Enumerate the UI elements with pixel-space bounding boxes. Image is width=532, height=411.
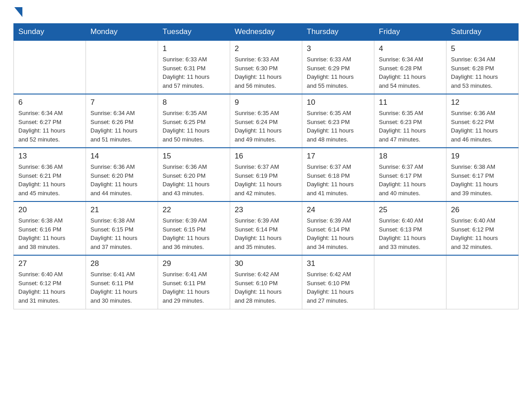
calendar-cell: 9Sunrise: 6:35 AM Sunset: 6:24 PM Daylig… <box>230 94 302 148</box>
calendar-cell <box>14 40 86 94</box>
day-number: 6 <box>18 98 81 107</box>
calendar-cell: 15Sunrise: 6:36 AM Sunset: 6:20 PM Dayli… <box>158 148 230 201</box>
calendar-week-row: 13Sunrise: 6:36 AM Sunset: 6:21 PM Dayli… <box>14 148 519 201</box>
day-info: Sunrise: 6:34 AM Sunset: 6:28 PM Dayligh… <box>379 55 442 90</box>
calendar-cell: 3Sunrise: 6:33 AM Sunset: 6:29 PM Daylig… <box>302 40 374 94</box>
svg-marker-0 <box>14 7 22 17</box>
day-number: 7 <box>90 98 153 107</box>
calendar-cell: 12Sunrise: 6:36 AM Sunset: 6:22 PM Dayli… <box>446 94 519 148</box>
day-info: Sunrise: 6:40 AM Sunset: 6:12 PM Dayligh… <box>451 216 514 251</box>
day-info: Sunrise: 6:42 AM Sunset: 6:10 PM Dayligh… <box>307 270 369 305</box>
calendar-cell <box>446 255 519 309</box>
weekday-header-friday: Friday <box>374 24 446 41</box>
day-info: Sunrise: 6:35 AM Sunset: 6:25 PM Dayligh… <box>163 109 225 144</box>
day-info: Sunrise: 6:40 AM Sunset: 6:12 PM Dayligh… <box>18 270 81 305</box>
day-info: Sunrise: 6:38 AM Sunset: 6:16 PM Dayligh… <box>18 216 81 251</box>
calendar-cell: 5Sunrise: 6:34 AM Sunset: 6:28 PM Daylig… <box>446 40 519 94</box>
day-number: 16 <box>235 152 297 161</box>
day-number: 14 <box>90 152 153 161</box>
calendar-cell: 31Sunrise: 6:42 AM Sunset: 6:10 PM Dayli… <box>302 255 374 309</box>
day-number: 12 <box>451 98 514 107</box>
calendar-cell: 23Sunrise: 6:39 AM Sunset: 6:14 PM Dayli… <box>230 201 302 255</box>
day-number: 21 <box>90 206 153 214</box>
day-info: Sunrise: 6:39 AM Sunset: 6:14 PM Dayligh… <box>307 216 369 251</box>
day-info: Sunrise: 6:37 AM Sunset: 6:19 PM Dayligh… <box>235 163 297 197</box>
day-number: 23 <box>235 206 297 214</box>
calendar-cell: 27Sunrise: 6:40 AM Sunset: 6:12 PM Dayli… <box>14 255 86 309</box>
calendar-cell: 13Sunrise: 6:36 AM Sunset: 6:21 PM Dayli… <box>14 148 86 201</box>
weekday-header-monday: Monday <box>86 24 158 41</box>
calendar-cell: 22Sunrise: 6:39 AM Sunset: 6:15 PM Dayli… <box>158 201 230 255</box>
calendar-week-row: 20Sunrise: 6:38 AM Sunset: 6:16 PM Dayli… <box>14 201 519 255</box>
calendar-cell: 11Sunrise: 6:35 AM Sunset: 6:23 PM Dayli… <box>374 94 446 148</box>
day-number: 4 <box>379 44 442 53</box>
day-info: Sunrise: 6:37 AM Sunset: 6:18 PM Dayligh… <box>307 163 369 197</box>
day-number: 31 <box>307 259 369 268</box>
weekday-header-thursday: Thursday <box>302 24 374 41</box>
day-number: 28 <box>90 259 153 268</box>
calendar-cell: 8Sunrise: 6:35 AM Sunset: 6:25 PM Daylig… <box>158 94 230 148</box>
calendar-week-row: 1Sunrise: 6:33 AM Sunset: 6:31 PM Daylig… <box>14 40 519 94</box>
calendar-cell: 26Sunrise: 6:40 AM Sunset: 6:12 PM Dayli… <box>446 201 519 255</box>
day-number: 26 <box>451 206 514 214</box>
calendar-week-row: 27Sunrise: 6:40 AM Sunset: 6:12 PM Dayli… <box>14 255 519 309</box>
day-info: Sunrise: 6:36 AM Sunset: 6:20 PM Dayligh… <box>90 163 153 197</box>
calendar-cell: 14Sunrise: 6:36 AM Sunset: 6:20 PM Dayli… <box>86 148 158 201</box>
day-info: Sunrise: 6:33 AM Sunset: 6:31 PM Dayligh… <box>163 55 225 90</box>
day-number: 13 <box>18 152 81 161</box>
day-info: Sunrise: 6:39 AM Sunset: 6:15 PM Dayligh… <box>163 216 225 251</box>
day-info: Sunrise: 6:34 AM Sunset: 6:26 PM Dayligh… <box>90 109 153 144</box>
day-number: 30 <box>235 259 297 268</box>
day-info: Sunrise: 6:33 AM Sunset: 6:29 PM Dayligh… <box>307 55 369 90</box>
logo <box>13 9 22 19</box>
calendar-cell: 24Sunrise: 6:39 AM Sunset: 6:14 PM Dayli… <box>302 201 374 255</box>
day-info: Sunrise: 6:36 AM Sunset: 6:21 PM Dayligh… <box>18 163 81 197</box>
page-header <box>13 9 519 19</box>
day-number: 5 <box>451 44 514 53</box>
day-number: 1 <box>163 44 225 53</box>
calendar-table: SundayMondayTuesdayWednesdayThursdayFrid… <box>13 23 519 309</box>
weekday-header-wednesday: Wednesday <box>230 24 302 41</box>
logo-arrow-icon <box>14 7 22 19</box>
day-info: Sunrise: 6:42 AM Sunset: 6:10 PM Dayligh… <box>235 270 297 305</box>
day-number: 20 <box>18 206 81 214</box>
day-info: Sunrise: 6:36 AM Sunset: 6:20 PM Dayligh… <box>163 163 225 197</box>
day-number: 18 <box>379 152 442 161</box>
calendar-cell: 30Sunrise: 6:42 AM Sunset: 6:10 PM Dayli… <box>230 255 302 309</box>
weekday-header-tuesday: Tuesday <box>158 24 230 41</box>
calendar-cell: 19Sunrise: 6:38 AM Sunset: 6:17 PM Dayli… <box>446 148 519 201</box>
day-number: 27 <box>18 259 81 268</box>
day-number: 3 <box>307 44 369 53</box>
weekday-header-sunday: Sunday <box>14 24 86 41</box>
day-number: 24 <box>307 206 369 214</box>
calendar-cell: 17Sunrise: 6:37 AM Sunset: 6:18 PM Dayli… <box>302 148 374 201</box>
day-number: 29 <box>163 259 225 268</box>
day-number: 15 <box>163 152 225 161</box>
calendar-cell <box>374 255 446 309</box>
weekday-header-row: SundayMondayTuesdayWednesdayThursdayFrid… <box>14 24 519 41</box>
day-info: Sunrise: 6:41 AM Sunset: 6:11 PM Dayligh… <box>163 270 225 305</box>
day-number: 17 <box>307 152 369 161</box>
calendar-cell: 20Sunrise: 6:38 AM Sunset: 6:16 PM Dayli… <box>14 201 86 255</box>
day-info: Sunrise: 6:35 AM Sunset: 6:23 PM Dayligh… <box>379 109 442 144</box>
day-info: Sunrise: 6:34 AM Sunset: 6:28 PM Dayligh… <box>451 55 514 90</box>
day-number: 25 <box>379 206 442 214</box>
calendar-cell: 4Sunrise: 6:34 AM Sunset: 6:28 PM Daylig… <box>374 40 446 94</box>
day-info: Sunrise: 6:41 AM Sunset: 6:11 PM Dayligh… <box>90 270 153 305</box>
calendar-cell: 1Sunrise: 6:33 AM Sunset: 6:31 PM Daylig… <box>158 40 230 94</box>
calendar-cell: 29Sunrise: 6:41 AM Sunset: 6:11 PM Dayli… <box>158 255 230 309</box>
day-number: 11 <box>379 98 442 107</box>
calendar-cell: 25Sunrise: 6:40 AM Sunset: 6:13 PM Dayli… <box>374 201 446 255</box>
day-info: Sunrise: 6:35 AM Sunset: 6:24 PM Dayligh… <box>235 109 297 144</box>
day-number: 22 <box>163 206 225 214</box>
day-info: Sunrise: 6:36 AM Sunset: 6:22 PM Dayligh… <box>451 109 514 144</box>
day-number: 10 <box>307 98 369 107</box>
day-info: Sunrise: 6:37 AM Sunset: 6:17 PM Dayligh… <box>379 163 442 197</box>
day-info: Sunrise: 6:33 AM Sunset: 6:30 PM Dayligh… <box>235 55 297 90</box>
calendar-cell: 7Sunrise: 6:34 AM Sunset: 6:26 PM Daylig… <box>86 94 158 148</box>
day-number: 2 <box>235 44 297 53</box>
calendar-cell: 10Sunrise: 6:35 AM Sunset: 6:23 PM Dayli… <box>302 94 374 148</box>
calendar-cell: 16Sunrise: 6:37 AM Sunset: 6:19 PM Dayli… <box>230 148 302 201</box>
day-info: Sunrise: 6:40 AM Sunset: 6:13 PM Dayligh… <box>379 216 442 251</box>
calendar-cell: 18Sunrise: 6:37 AM Sunset: 6:17 PM Dayli… <box>374 148 446 201</box>
